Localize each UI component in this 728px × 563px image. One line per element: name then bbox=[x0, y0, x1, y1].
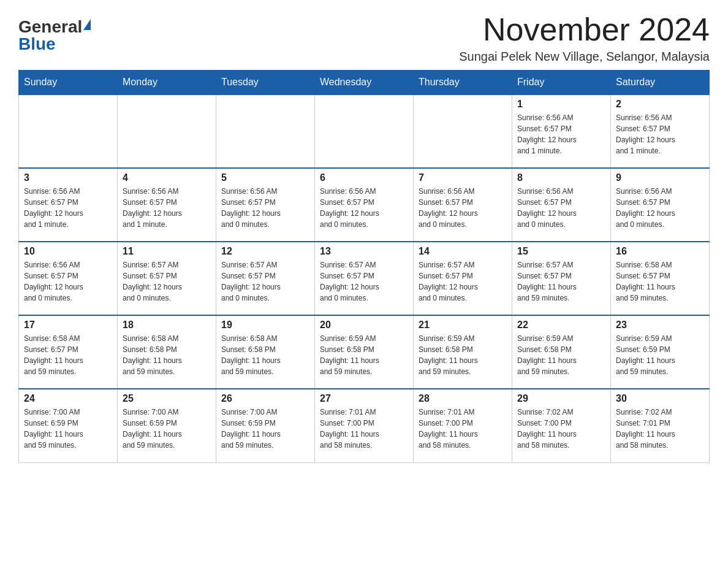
day-info: Sunrise: 6:56 AM Sunset: 6:57 PM Dayligh… bbox=[123, 186, 211, 230]
calendar-cell: 12Sunrise: 6:57 AM Sunset: 6:57 PM Dayli… bbox=[216, 242, 315, 315]
day-number: 12 bbox=[221, 246, 309, 257]
day-info: Sunrise: 6:56 AM Sunset: 6:57 PM Dayligh… bbox=[24, 186, 112, 230]
day-number: 9 bbox=[616, 172, 704, 183]
calendar-cell: 19Sunrise: 6:58 AM Sunset: 6:58 PM Dayli… bbox=[216, 315, 315, 389]
day-info: Sunrise: 7:02 AM Sunset: 7:00 PM Dayligh… bbox=[517, 407, 605, 451]
day-number: 3 bbox=[24, 172, 112, 183]
day-info: Sunrise: 6:56 AM Sunset: 6:57 PM Dayligh… bbox=[419, 186, 507, 230]
calendar-cell: 3Sunrise: 6:56 AM Sunset: 6:57 PM Daylig… bbox=[19, 168, 118, 242]
day-header-thursday: Thursday bbox=[414, 71, 512, 95]
day-header-wednesday: Wednesday bbox=[315, 71, 414, 95]
calendar-cell: 23Sunrise: 6:59 AM Sunset: 6:59 PM Dayli… bbox=[611, 315, 710, 389]
calendar-cell: 20Sunrise: 6:59 AM Sunset: 6:58 PM Dayli… bbox=[315, 315, 414, 389]
days-header-row: SundayMondayTuesdayWednesdayThursdayFrid… bbox=[19, 71, 710, 95]
calendar-cell: 25Sunrise: 7:00 AM Sunset: 6:59 PM Dayli… bbox=[118, 389, 216, 462]
day-number: 1 bbox=[517, 99, 605, 110]
week-row-5: 24Sunrise: 7:00 AM Sunset: 6:59 PM Dayli… bbox=[19, 389, 710, 462]
day-number: 5 bbox=[221, 172, 309, 183]
month-title: November 2024 bbox=[459, 12, 710, 47]
day-info: Sunrise: 7:01 AM Sunset: 7:00 PM Dayligh… bbox=[320, 407, 408, 451]
calendar-cell: 16Sunrise: 6:58 AM Sunset: 6:57 PM Dayli… bbox=[611, 242, 710, 315]
calendar-cell: 10Sunrise: 6:56 AM Sunset: 6:57 PM Dayli… bbox=[19, 242, 118, 315]
day-number: 24 bbox=[24, 393, 112, 404]
calendar-cell: 22Sunrise: 6:59 AM Sunset: 6:58 PM Dayli… bbox=[512, 315, 611, 389]
calendar-cell bbox=[19, 94, 118, 168]
day-info: Sunrise: 6:58 AM Sunset: 6:57 PM Dayligh… bbox=[616, 259, 704, 304]
day-number: 25 bbox=[123, 393, 211, 404]
calendar-cell bbox=[216, 94, 315, 168]
calendar-table: SundayMondayTuesdayWednesdayThursdayFrid… bbox=[18, 70, 710, 463]
day-info: Sunrise: 6:56 AM Sunset: 6:57 PM Dayligh… bbox=[221, 186, 309, 230]
logo-arrow-icon bbox=[83, 19, 91, 30]
header: General Blue November 2024 Sungai Pelek … bbox=[18, 12, 710, 64]
day-info: Sunrise: 6:57 AM Sunset: 6:57 PM Dayligh… bbox=[517, 259, 605, 304]
calendar-cell: 11Sunrise: 6:57 AM Sunset: 6:57 PM Dayli… bbox=[118, 242, 216, 315]
day-info: Sunrise: 6:58 AM Sunset: 6:58 PM Dayligh… bbox=[221, 333, 309, 377]
calendar-cell: 8Sunrise: 6:56 AM Sunset: 6:57 PM Daylig… bbox=[512, 168, 611, 242]
calendar-cell: 7Sunrise: 6:56 AM Sunset: 6:57 PM Daylig… bbox=[414, 168, 512, 242]
day-info: Sunrise: 6:56 AM Sunset: 6:57 PM Dayligh… bbox=[517, 186, 605, 230]
day-info: Sunrise: 6:56 AM Sunset: 6:57 PM Dayligh… bbox=[616, 112, 704, 156]
week-row-4: 17Sunrise: 6:58 AM Sunset: 6:57 PM Dayli… bbox=[19, 315, 710, 389]
day-info: Sunrise: 6:57 AM Sunset: 6:57 PM Dayligh… bbox=[419, 259, 507, 304]
day-number: 30 bbox=[616, 393, 704, 404]
calendar-cell: 15Sunrise: 6:57 AM Sunset: 6:57 PM Dayli… bbox=[512, 242, 611, 315]
calendar-cell bbox=[315, 94, 414, 168]
day-number: 29 bbox=[517, 393, 605, 404]
calendar-cell: 6Sunrise: 6:56 AM Sunset: 6:57 PM Daylig… bbox=[315, 168, 414, 242]
day-number: 16 bbox=[616, 246, 704, 257]
calendar-cell: 13Sunrise: 6:57 AM Sunset: 6:57 PM Dayli… bbox=[315, 242, 414, 315]
day-header-friday: Friday bbox=[512, 71, 611, 95]
day-number: 26 bbox=[221, 393, 309, 404]
day-info: Sunrise: 6:57 AM Sunset: 6:57 PM Dayligh… bbox=[221, 259, 309, 304]
week-row-3: 10Sunrise: 6:56 AM Sunset: 6:57 PM Dayli… bbox=[19, 242, 710, 315]
day-number: 4 bbox=[123, 172, 211, 183]
day-info: Sunrise: 6:56 AM Sunset: 6:57 PM Dayligh… bbox=[517, 112, 605, 156]
day-info: Sunrise: 6:59 AM Sunset: 6:58 PM Dayligh… bbox=[320, 333, 408, 377]
day-info: Sunrise: 6:59 AM Sunset: 6:59 PM Dayligh… bbox=[616, 333, 704, 377]
day-header-sunday: Sunday bbox=[19, 71, 118, 95]
day-info: Sunrise: 7:00 AM Sunset: 6:59 PM Dayligh… bbox=[221, 407, 309, 451]
calendar-cell: 9Sunrise: 6:56 AM Sunset: 6:57 PM Daylig… bbox=[611, 168, 710, 242]
day-info: Sunrise: 6:56 AM Sunset: 6:57 PM Dayligh… bbox=[24, 259, 112, 304]
logo-general-text: General bbox=[18, 18, 82, 36]
day-number: 6 bbox=[320, 172, 408, 183]
day-info: Sunrise: 7:01 AM Sunset: 7:00 PM Dayligh… bbox=[419, 407, 507, 451]
day-number: 7 bbox=[419, 172, 507, 183]
day-info: Sunrise: 6:59 AM Sunset: 6:58 PM Dayligh… bbox=[517, 333, 605, 377]
title-area: November 2024 Sungai Pelek New Village, … bbox=[459, 12, 710, 64]
calendar-cell bbox=[414, 94, 512, 168]
day-info: Sunrise: 7:02 AM Sunset: 7:01 PM Dayligh… bbox=[616, 407, 704, 451]
calendar-cell: 21Sunrise: 6:59 AM Sunset: 6:58 PM Dayli… bbox=[414, 315, 512, 389]
calendar-cell: 4Sunrise: 6:56 AM Sunset: 6:57 PM Daylig… bbox=[118, 168, 216, 242]
day-info: Sunrise: 6:56 AM Sunset: 6:57 PM Dayligh… bbox=[616, 186, 704, 230]
day-number: 2 bbox=[616, 99, 704, 110]
day-info: Sunrise: 6:58 AM Sunset: 6:57 PM Dayligh… bbox=[24, 333, 112, 377]
day-number: 14 bbox=[419, 246, 507, 257]
calendar-cell: 29Sunrise: 7:02 AM Sunset: 7:00 PM Dayli… bbox=[512, 389, 611, 462]
calendar-cell: 18Sunrise: 6:58 AM Sunset: 6:58 PM Dayli… bbox=[118, 315, 216, 389]
calendar-cell: 26Sunrise: 7:00 AM Sunset: 6:59 PM Dayli… bbox=[216, 389, 315, 462]
day-number: 19 bbox=[221, 320, 309, 331]
calendar-cell: 5Sunrise: 6:56 AM Sunset: 6:57 PM Daylig… bbox=[216, 168, 315, 242]
day-number: 28 bbox=[419, 393, 507, 404]
day-number: 11 bbox=[123, 246, 211, 257]
location-title: Sungai Pelek New Village, Selangor, Mala… bbox=[459, 50, 710, 64]
calendar-cell: 2Sunrise: 6:56 AM Sunset: 6:57 PM Daylig… bbox=[611, 94, 710, 168]
day-number: 18 bbox=[123, 320, 211, 331]
day-number: 22 bbox=[517, 320, 605, 331]
calendar-cell: 27Sunrise: 7:01 AM Sunset: 7:00 PM Dayli… bbox=[315, 389, 414, 462]
calendar-cell: 30Sunrise: 7:02 AM Sunset: 7:01 PM Dayli… bbox=[611, 389, 710, 462]
day-info: Sunrise: 6:57 AM Sunset: 6:57 PM Dayligh… bbox=[123, 259, 211, 304]
day-number: 20 bbox=[320, 320, 408, 331]
day-number: 8 bbox=[517, 172, 605, 183]
day-number: 27 bbox=[320, 393, 408, 404]
day-number: 13 bbox=[320, 246, 408, 257]
calendar-cell: 24Sunrise: 7:00 AM Sunset: 6:59 PM Dayli… bbox=[19, 389, 118, 462]
calendar-cell bbox=[118, 94, 216, 168]
calendar-cell: 17Sunrise: 6:58 AM Sunset: 6:57 PM Dayli… bbox=[19, 315, 118, 389]
day-number: 10 bbox=[24, 246, 112, 257]
day-info: Sunrise: 7:00 AM Sunset: 6:59 PM Dayligh… bbox=[24, 407, 112, 451]
calendar-cell: 1Sunrise: 6:56 AM Sunset: 6:57 PM Daylig… bbox=[512, 94, 611, 168]
week-row-2: 3Sunrise: 6:56 AM Sunset: 6:57 PM Daylig… bbox=[19, 168, 710, 242]
